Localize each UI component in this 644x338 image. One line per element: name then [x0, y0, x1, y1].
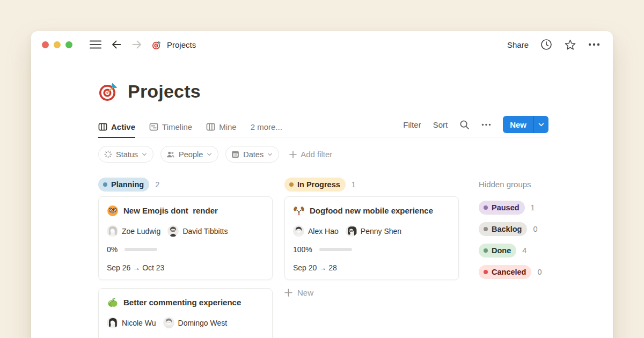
chevron-down-icon [267, 153, 273, 156]
dart-target-icon [152, 40, 162, 50]
status-label: Backlog [492, 225, 522, 233]
project-card[interactable]: New Emojis dont render Zoe Ludwig [98, 196, 273, 280]
card-dates: Sep 20 → 28 [293, 263, 450, 272]
person-name: Alex Hao [308, 227, 339, 236]
group-count: 1 [531, 203, 535, 212]
zoom-window-button[interactable] [65, 41, 72, 48]
view-options-ellipsis-icon[interactable] [481, 123, 491, 126]
dog-face-emoji [293, 205, 305, 217]
status-filter-chip[interactable]: Status [98, 146, 153, 163]
status-pill-in-progress[interactable]: In Progress [284, 178, 346, 192]
sort-button[interactable]: Sort [433, 120, 448, 129]
tab-more-views[interactable]: 2 more... [251, 122, 282, 137]
column-in-progress: In Progress 1 Dogfood new mobile experie… [284, 178, 459, 297]
view-tabs: Active Timeline Mine [98, 122, 282, 137]
person: David Tibbitts [167, 225, 228, 237]
chip-label: People [179, 150, 203, 159]
hidden-group-canceled[interactable]: Canceled 0 [479, 265, 548, 279]
share-button[interactable]: Share [507, 40, 529, 49]
clock-history-icon[interactable] [540, 39, 552, 50]
person-name: Zoe Ludwig [122, 227, 160, 236]
add-filter-label: Add filter [301, 150, 332, 159]
status-pill-paused[interactable]: Paused [479, 201, 525, 215]
dart-target-page-icon[interactable] [98, 80, 120, 102]
people-filter-chip[interactable]: People [160, 146, 218, 163]
hidden-group-backlog[interactable]: Backlog 0 [479, 222, 548, 236]
minimize-window-button[interactable] [54, 41, 61, 48]
more-ellipsis-icon[interactable] [588, 43, 600, 46]
hidden-group-paused[interactable]: Paused 1 [479, 201, 548, 215]
app-window: Projects Share Projects [31, 31, 613, 338]
filter-chips-row: Status People [98, 146, 548, 163]
breadcrumb[interactable]: Projects [152, 40, 196, 50]
plus-icon [284, 289, 292, 297]
chip-label: Dates [243, 150, 264, 159]
tab-active[interactable]: Active [98, 122, 135, 138]
filter-button[interactable]: Filter [403, 120, 421, 129]
status-label: Done [492, 246, 511, 255]
card-dates: Sep 26 → Oct 23 [107, 263, 264, 272]
hidden-group-done[interactable]: Done 4 [479, 244, 548, 258]
dates-filter-chip[interactable]: Dates [225, 146, 279, 163]
window-titlebar: Projects Share [31, 31, 613, 58]
status-pill-done[interactable]: Done [479, 244, 516, 258]
avatar-david-tibbitts [167, 225, 179, 237]
status-pill-backlog[interactable]: Backlog [479, 222, 527, 236]
new-button-chevron[interactable] [534, 116, 548, 133]
hidden-groups-list: Paused 1 Backlog 0 [479, 201, 548, 279]
new-button[interactable]: New [503, 116, 533, 133]
project-card[interactable]: Dogfood new mobile experience Alex Hao [284, 196, 459, 280]
close-window-button[interactable] [42, 41, 49, 48]
breadcrumb-label: Projects [167, 40, 196, 49]
people-icon [166, 151, 175, 158]
project-card[interactable]: Better commenting experience Nicole Wu [98, 288, 273, 338]
status-dot [484, 227, 488, 231]
card-title: Better commenting experience [123, 296, 241, 308]
status-dot [103, 182, 107, 187]
status-label: Canceled [492, 268, 526, 276]
plus-icon [289, 151, 297, 158]
back-arrow-icon[interactable] [111, 39, 122, 50]
new-card-button[interactable]: New [284, 288, 459, 297]
page-title: Projects [128, 81, 201, 102]
person-name: Domingo West [178, 319, 228, 327]
star-favorite-icon[interactable] [564, 39, 576, 51]
column-planning: Planning 2 New Emojis dont render [98, 178, 273, 338]
avatar-zoe-ludwig [107, 225, 118, 237]
new-button-group: New [503, 116, 548, 133]
status-pill-canceled[interactable]: Canceled [479, 265, 531, 279]
forward-arrow-icon[interactable] [131, 39, 142, 50]
progress-label: 0% [107, 245, 118, 254]
person: Zoe Ludwig [107, 225, 160, 237]
status-label: Paused [492, 203, 519, 212]
progress-bar [319, 248, 352, 251]
tab-label: 2 more... [251, 122, 282, 131]
person: Alex Hao [293, 225, 339, 237]
person: Domingo West [163, 317, 228, 328]
group-count: 4 [522, 246, 526, 255]
status-label: In Progress [297, 180, 340, 189]
card-title-row: New Emojis dont render [107, 204, 264, 217]
titlebar-actions: Share [507, 39, 600, 51]
hamburger-menu-icon[interactable] [90, 40, 101, 49]
status-pill-planning[interactable]: Planning [98, 178, 149, 192]
column-header-planning[interactable]: Planning 2 [98, 178, 273, 192]
add-filter-button[interactable]: Add filter [289, 150, 332, 159]
card-title-row: Better commenting experience [107, 296, 264, 308]
column-cards: New Emojis dont render Zoe Ludwig [98, 196, 273, 338]
chevron-down-icon [207, 153, 212, 156]
status-dot [289, 182, 294, 187]
search-icon[interactable] [459, 120, 470, 130]
avatar-penny-shen [346, 225, 357, 237]
person-name: David Tibbitts [182, 227, 228, 236]
card-progress-row: 0% [107, 245, 264, 254]
timeline-view-icon [149, 122, 158, 131]
card-title: Dogfood new mobile experience [310, 204, 433, 217]
tab-timeline[interactable]: Timeline [149, 122, 192, 137]
group-count: 0 [533, 225, 537, 233]
status-dot [484, 248, 488, 253]
tab-mine[interactable]: Mine [206, 122, 237, 137]
tab-label: Mine [219, 122, 237, 131]
column-header-in-progress[interactable]: In Progress 1 [284, 178, 459, 192]
page-content: Projects Active Timeline [31, 80, 613, 338]
